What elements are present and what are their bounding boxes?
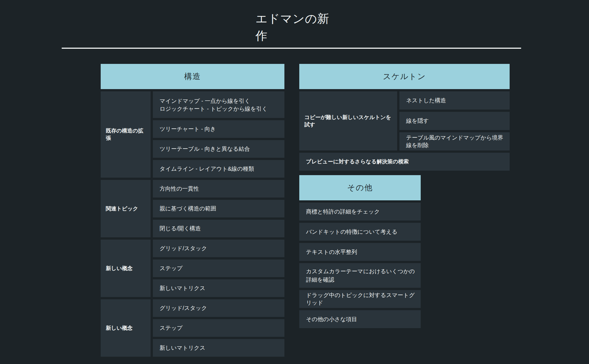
topic-cell[interactable]: テキストの水平整列 <box>299 243 421 261</box>
others-header-topic[interactable]: その他 <box>299 175 421 200</box>
others-rows: 商標と特許の詳細をチェック バンドキットの特徴について考える テキストの水平整列… <box>299 203 421 328</box>
skeleton-rows: ネストした構造 線を隠す テーブル風のマインドマップから境界線を削除 <box>399 91 510 150</box>
others-table: その他 商標と特許の詳細をチェック バンドキットの特徴について考える テキストの… <box>299 175 421 328</box>
group-label-cell[interactable]: 既存の構造の拡張 <box>101 91 151 178</box>
group-rows: 方向性の一貫性 親に基づく構造の範囲 閉じる/開く構造 <box>153 180 284 237</box>
group-rows: マインドマップ - 一点から線を引く ロジックチャート - トピックから線を引く… <box>153 91 284 178</box>
topic-cell[interactable]: グリッド/スタック <box>153 299 284 317</box>
topic-cell[interactable]: バンドキットの特徴について考える <box>299 223 421 241</box>
topic-cell[interactable]: 方向性の一貫性 <box>153 180 284 198</box>
topic-cell[interactable]: ツリーテーブル - 向きと異なる結合 <box>153 140 284 158</box>
central-topic[interactable]: エドマンの新 作 <box>256 10 329 44</box>
group-label-cell[interactable]: 新しい概念 <box>101 240 151 297</box>
skeleton-label-cell[interactable]: コピーが難しい新しいスケルトンを試す <box>299 91 397 150</box>
structure-table-body: 既存の構造の拡張 マインドマップ - 一点から線を引く ロジックチャート - ト… <box>101 91 284 357</box>
topic-cell[interactable]: ステップ <box>153 319 284 337</box>
central-topic-line-1: エドマンの新 <box>256 10 329 27</box>
topic-cell[interactable]: 商標と特許の詳細をチェック <box>299 203 421 221</box>
group-label-cell[interactable]: 関連トピック <box>101 180 151 237</box>
mindmap-canvas: エドマンの新 作 構造 既存の構造の拡張 マインドマップ - 一点から線を引く … <box>0 0 589 364</box>
topic-cell[interactable]: マインドマップ - 一点から線を引く ロジックチャート - トピックから線を引く <box>153 91 284 118</box>
topic-cell[interactable]: 線を隠す <box>399 112 510 130</box>
topic-cell[interactable]: 閉じる/開く構造 <box>153 220 284 237</box>
group-rows: グリッド/スタック ステップ 新しいマトリクス <box>153 299 284 357</box>
topic-cell[interactable]: タイムライン - レイアウト&線の種類 <box>153 160 284 178</box>
topic-cell[interactable]: テーブル風のマインドマップから境界線を削除 <box>399 132 510 150</box>
topic-cell[interactable]: カスタムカラーテーマにおけるいくつかの詳細を確認 <box>299 263 421 288</box>
topic-cell[interactable]: ツリーチャート - 向き <box>153 120 284 138</box>
skeleton-table-body: コピーが難しい新しいスケルトンを試す ネストした構造 線を隠す テーブル風のマイ… <box>299 91 510 150</box>
topic-group-existing-structures: 既存の構造の拡張 マインドマップ - 一点から線を引く ロジックチャート - ト… <box>101 91 284 178</box>
topic-group-new-concepts-2: 新しい概念 グリッド/スタック ステップ 新しいマトリクス <box>101 299 284 357</box>
group-rows: グリッド/スタック ステップ 新しいマトリクス <box>153 240 284 297</box>
structure-table: 構造 既存の構造の拡張 マインドマップ - 一点から線を引く ロジックチャート … <box>101 64 284 357</box>
topic-cell[interactable]: その他の小さな項目 <box>299 310 421 328</box>
topic-cell[interactable]: グリッド/スタック <box>153 240 284 257</box>
topic-cell[interactable]: ステップ <box>153 259 284 277</box>
topic-cell[interactable]: 新しいマトリクス <box>153 279 284 297</box>
topic-cell[interactable]: ネストした構造 <box>399 91 510 110</box>
group-label-cell[interactable]: 新しい概念 <box>101 299 151 357</box>
title-underline <box>62 48 521 49</box>
topic-cell[interactable]: 親に基づく構造の範囲 <box>153 200 284 217</box>
topic-group-new-concepts-1: 新しい概念 グリッド/スタック ステップ 新しいマトリクス <box>101 240 284 297</box>
topic-cell[interactable]: 新しいマトリクス <box>153 339 284 357</box>
central-topic-line-2: 作 <box>256 27 329 44</box>
topic-group-related-topics: 関連トピック 方向性の一貫性 親に基づく構造の範囲 閉じる/開く構造 <box>101 180 284 237</box>
skeleton-table: スケルトン コピーが難しい新しいスケルトンを試す ネストした構造 線を隠す テー… <box>299 64 510 171</box>
structure-header-topic[interactable]: 構造 <box>101 64 284 89</box>
skeleton-header-topic[interactable]: スケルトン <box>299 64 510 89</box>
skeleton-footer-cell[interactable]: プレビューに対するさらなる解決策の模索 <box>299 153 510 171</box>
topic-cell[interactable]: ドラッグ中のトピックに対するスマートグリッド <box>299 290 421 308</box>
